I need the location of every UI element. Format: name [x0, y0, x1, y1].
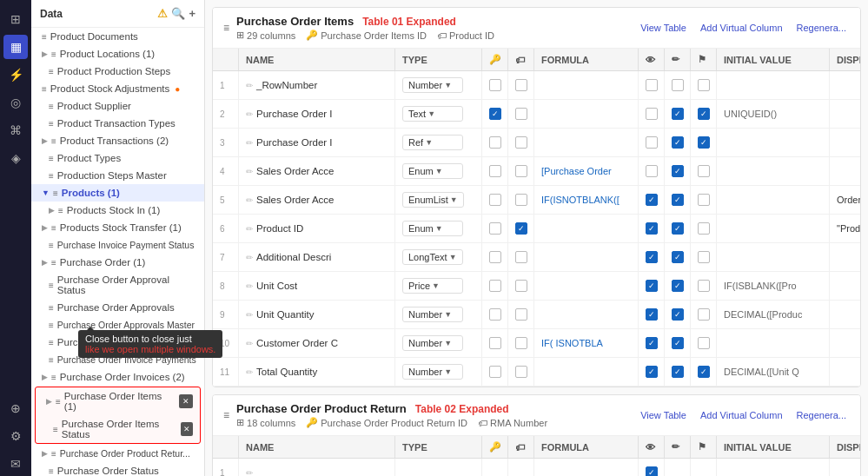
type-dropdown[interactable]: Enum▼ — [402, 163, 463, 179]
row-2-edit[interactable] — [665, 100, 691, 128]
edit-icon[interactable]: ✏ — [246, 224, 253, 234]
sidebar-item-products[interactable]: ▼ ≡ Products (1) — [31, 184, 204, 202]
row-11-flag[interactable] — [691, 358, 717, 386]
tag-checkbox[interactable] — [515, 251, 527, 263]
flag-checkbox[interactable] — [698, 108, 710, 120]
row-10-key[interactable] — [482, 329, 508, 357]
add-virtual-column-button-2[interactable]: Add Virtual Column — [697, 408, 786, 422]
row-6-edit[interactable] — [665, 215, 691, 242]
eye-checkbox[interactable] — [646, 466, 658, 476]
share-icon[interactable]: ⊕ — [3, 396, 28, 420]
type-dropdown[interactable]: EnumList▼ — [402, 192, 464, 208]
row-t2-1-eye[interactable] — [639, 459, 665, 476]
sidebar-item-purchase-order-invoices[interactable]: ▶ ≡ Purchase Order Invoices (2) — [31, 368, 204, 386]
row-11-eye[interactable] — [639, 358, 665, 386]
key-checkbox[interactable] — [489, 280, 501, 292]
tag-checkbox[interactable] — [515, 222, 527, 235]
flag-checkbox[interactable] — [698, 136, 710, 149]
key-checkbox[interactable] — [489, 79, 501, 91]
tag-checkbox[interactable] — [515, 366, 527, 378]
row-4-key[interactable] — [482, 157, 508, 185]
row-8-eye[interactable] — [639, 272, 665, 300]
tag-checkbox[interactable] — [515, 136, 527, 149]
plug-icon[interactable]: ⌘ — [3, 118, 28, 142]
flag-checkbox[interactable] — [698, 308, 710, 321]
eye-checkbox[interactable] — [646, 280, 658, 292]
eye-checkbox[interactable] — [646, 222, 658, 235]
row-7-key[interactable] — [482, 243, 508, 271]
flag-checkbox[interactable] — [698, 366, 710, 378]
sidebar-item-purchase-order[interactable]: ▶ ≡ Purchase Order (1) — [31, 254, 204, 271]
key-checkbox[interactable] — [489, 308, 501, 321]
row-7-tag[interactable] — [508, 243, 534, 271]
row-5-tag[interactable] — [508, 186, 534, 214]
edit-icon[interactable]: ✏ — [246, 195, 253, 205]
row-4-edit[interactable] — [665, 157, 691, 185]
flag-checkbox[interactable] — [698, 194, 710, 206]
row-10-edit[interactable] — [665, 329, 691, 357]
view-table-button-2[interactable]: View Table — [637, 408, 690, 422]
eye-checkbox[interactable] — [646, 366, 658, 378]
row-2-key[interactable] — [482, 100, 508, 128]
sidebar-item-product-production-steps[interactable]: ≡ Product Production Steps — [31, 63, 204, 80]
row-2-tag[interactable] — [508, 100, 534, 128]
row-9-edit[interactable] — [665, 301, 691, 328]
row-5-edit[interactable] — [665, 186, 691, 214]
add-icon[interactable]: + — [189, 7, 195, 20]
row-3-tag[interactable] — [508, 129, 534, 156]
row-1-key[interactable] — [482, 71, 508, 99]
row-9-key[interactable] — [482, 301, 508, 328]
sidebar-item-purchase-order-approval-status[interactable]: ≡ Purchase Order Approval Status — [31, 271, 204, 299]
eye-checkbox[interactable] — [646, 79, 658, 91]
edit-checkbox[interactable] — [672, 366, 684, 378]
edit-icon[interactable]: ✏ — [246, 468, 253, 477]
row-3-edit[interactable] — [665, 129, 691, 156]
edit-checkbox[interactable] — [672, 194, 684, 206]
type-dropdown[interactable]: Number▼ — [402, 335, 463, 351]
row-9-eye[interactable] — [639, 301, 665, 328]
row-8-key[interactable] — [482, 272, 508, 300]
eye-checkbox[interactable] — [646, 337, 658, 349]
sidebar-item-product-supplier[interactable]: ≡ Product Supplier — [31, 97, 204, 115]
row-1-flag[interactable] — [691, 71, 717, 99]
edit-icon[interactable]: ✏ — [246, 138, 253, 148]
eye-checkbox[interactable] — [646, 194, 658, 206]
tag-checkbox[interactable] — [515, 79, 527, 91]
row-t2-1-edit[interactable] — [665, 459, 691, 476]
flag-checkbox[interactable] — [698, 79, 710, 91]
row-4-tag[interactable] — [508, 157, 534, 185]
add-virtual-column-button[interactable]: Add Virtual Column — [697, 21, 786, 35]
row-1-tag[interactable] — [508, 71, 534, 99]
sidebar-item-products-stock-transfer[interactable]: ▶ ≡ Products Stock Transfer (1) — [31, 219, 204, 236]
key-checkbox[interactable] — [489, 108, 501, 120]
edit-checkbox[interactable] — [672, 222, 684, 235]
flag-checkbox[interactable] — [698, 222, 710, 235]
type-dropdown[interactable]: Number▼ — [402, 77, 463, 93]
row-1-edit[interactable] — [665, 71, 691, 99]
type-dropdown[interactable]: Enum▼ — [402, 221, 463, 236]
row-t2-1-key[interactable] — [482, 459, 508, 476]
sidebar-item-purchase-order-items-status[interactable]: ≡ Purchase Order Items Status ✕ — [36, 415, 200, 443]
edit-icon[interactable]: ✏ — [246, 367, 253, 377]
tag-checkbox[interactable] — [515, 280, 527, 292]
regenerate-button-2[interactable]: Regenera... — [793, 408, 850, 422]
row-7-edit[interactable] — [665, 243, 691, 271]
type-dropdown[interactable]: LongText▼ — [402, 249, 463, 265]
edit-checkbox[interactable] — [672, 337, 684, 349]
row-t2-1-flag[interactable] — [691, 459, 717, 476]
warning-icon[interactable]: ⚠ — [157, 7, 168, 20]
eye-checkbox[interactable] — [646, 165, 658, 177]
tag-checkbox[interactable] — [515, 194, 527, 206]
sidebar-item-products-stock-in[interactable]: ▶ ≡ Products Stock In (1) — [31, 202, 204, 219]
key-checkbox[interactable] — [489, 222, 501, 235]
sidebar-item-purchase-order-status[interactable]: ≡ Purchase Order Status — [31, 462, 204, 476]
edit-checkbox[interactable] — [672, 251, 684, 263]
row-t2-1-tag[interactable] — [508, 459, 534, 476]
type-dropdown[interactable]: Number▼ — [402, 364, 463, 380]
key-checkbox[interactable] — [489, 337, 501, 349]
row-6-tag[interactable] — [508, 215, 534, 242]
tag-checkbox[interactable] — [515, 337, 527, 349]
edit-icon[interactable]: ✏ — [246, 109, 253, 119]
row-8-tag[interactable] — [508, 272, 534, 300]
sidebar-item-product-transaction-types[interactable]: ≡ Product Transaction Types — [31, 115, 204, 132]
